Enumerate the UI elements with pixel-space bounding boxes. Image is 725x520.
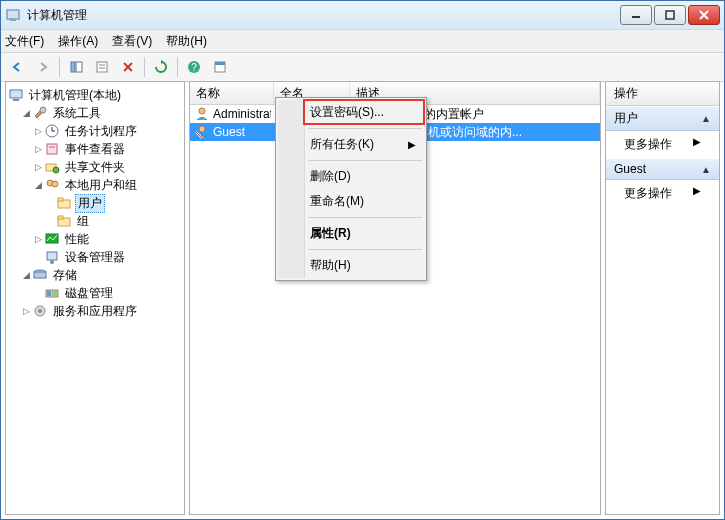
- clock-icon: [44, 123, 60, 139]
- storage-icon: [32, 267, 48, 283]
- ctx-label: 帮助(H): [310, 257, 351, 274]
- expander-open-icon[interactable]: ◢: [20, 108, 32, 118]
- actions-header: 操作: [606, 82, 719, 106]
- col-name[interactable]: 名称: [190, 82, 274, 104]
- tree-label: 性能: [63, 231, 91, 248]
- ctx-all-tasks[interactable]: 所有任务(K) ▶: [278, 132, 424, 157]
- tree-system-tools[interactable]: ◢ 系统工具: [8, 104, 182, 122]
- tree-label: 系统工具: [51, 105, 103, 122]
- refresh-button[interactable]: [149, 55, 173, 79]
- titlebar: 计算机管理: [1, 1, 724, 30]
- ctx-separator: [308, 249, 422, 250]
- nav-forward-button[interactable]: [31, 55, 55, 79]
- svg-rect-39: [47, 291, 51, 296]
- toolbar-separator: [144, 57, 145, 77]
- share-icon: [44, 159, 60, 175]
- properties-button[interactable]: [90, 55, 114, 79]
- svg-rect-37: [34, 272, 46, 278]
- tree-device-manager[interactable]: 设备管理器: [8, 248, 182, 266]
- tree-services-apps[interactable]: ▷ 服务和应用程序: [8, 302, 182, 320]
- tree-users[interactable]: 用户: [8, 194, 182, 212]
- ctx-properties[interactable]: 属性(R): [278, 221, 424, 246]
- expander-closed-icon[interactable]: ▷: [32, 162, 44, 172]
- svg-rect-6: [71, 62, 75, 72]
- svg-rect-16: [215, 62, 225, 65]
- svg-point-19: [40, 107, 46, 113]
- menu-help[interactable]: 帮助(H): [166, 33, 207, 50]
- ctx-label: 删除(D): [310, 168, 351, 185]
- action-label: 更多操作: [624, 137, 672, 151]
- computer-icon: [8, 87, 24, 103]
- chevron-up-icon: ▲: [701, 164, 711, 175]
- action-label: 更多操作: [624, 186, 672, 200]
- svg-rect-34: [47, 252, 57, 260]
- svg-point-44: [199, 126, 205, 132]
- tree-storage[interactable]: ◢ 存储: [8, 266, 182, 284]
- ctx-label: 重命名(M): [310, 193, 364, 210]
- expander-closed-icon[interactable]: ▷: [32, 234, 44, 244]
- tree-shared-folders[interactable]: ▷ 共享文件夹: [8, 158, 182, 176]
- tree-disk-management[interactable]: 磁盘管理: [8, 284, 182, 302]
- actions-section-guest[interactable]: Guest ▲: [606, 158, 719, 180]
- expander-open-icon[interactable]: ◢: [32, 180, 44, 190]
- ctx-set-password[interactable]: 设置密码(S)...: [278, 100, 424, 125]
- cell-name: Guest: [213, 125, 245, 139]
- expander-closed-icon[interactable]: ▷: [32, 126, 44, 136]
- svg-point-43: [199, 108, 205, 114]
- svg-text:?: ?: [191, 62, 197, 73]
- tree-event-viewer[interactable]: ▷ 事件查看器: [8, 140, 182, 158]
- window-title: 计算机管理: [27, 7, 620, 24]
- submenu-arrow-icon: ▶: [408, 139, 416, 150]
- tree-root[interactable]: 计算机管理(本地): [8, 86, 182, 104]
- tree-performance[interactable]: ▷ 性能: [8, 230, 182, 248]
- toolbar: ?: [1, 53, 724, 82]
- expander-closed-icon[interactable]: ▷: [20, 306, 32, 316]
- actions-section-users[interactable]: 用户 ▲: [606, 106, 719, 131]
- ctx-rename[interactable]: 重命名(M): [278, 189, 424, 214]
- ctx-separator: [308, 128, 422, 129]
- menu-view[interactable]: 查看(V): [112, 33, 152, 50]
- app-icon: [5, 7, 21, 23]
- svg-point-35: [50, 260, 54, 264]
- perf-icon: [44, 231, 60, 247]
- ctx-separator: [308, 217, 422, 218]
- ctx-delete[interactable]: 删除(D): [278, 164, 424, 189]
- help-button[interactable]: ?: [182, 55, 206, 79]
- delete-button[interactable]: [116, 55, 140, 79]
- submenu-arrow-icon: ▶: [693, 185, 701, 196]
- action-more-users[interactable]: 更多操作 ▶: [606, 131, 719, 158]
- tree-label: 本地用户和组: [63, 177, 139, 194]
- close-button[interactable]: [688, 5, 720, 25]
- section-label: 用户: [614, 110, 638, 127]
- svg-rect-40: [52, 291, 57, 296]
- context-menu: 设置密码(S)... 所有任务(K) ▶ 删除(D) 重命名(M) 属性(R) …: [275, 97, 427, 281]
- svg-rect-8: [97, 62, 107, 72]
- expander-open-icon[interactable]: ◢: [20, 270, 32, 280]
- expander-closed-icon[interactable]: ▷: [32, 144, 44, 154]
- ctx-label: 设置密码(S)...: [310, 104, 384, 121]
- minimize-button[interactable]: [620, 5, 652, 25]
- action-more-guest[interactable]: 更多操作 ▶: [606, 180, 719, 207]
- svg-rect-7: [76, 62, 82, 72]
- menu-file[interactable]: 文件(F): [5, 33, 44, 50]
- tree-local-users-groups[interactable]: ◢ 本地用户和组: [8, 176, 182, 194]
- svg-point-42: [38, 309, 42, 313]
- services-icon: [32, 303, 48, 319]
- menu-action[interactable]: 操作(A): [58, 33, 98, 50]
- tree-label: 共享文件夹: [63, 159, 127, 176]
- tree[interactable]: 计算机管理(本地) ◢ 系统工具 ▷ 任务计划程序 ▷ 事件查看器: [6, 82, 184, 324]
- toolbar-separator: [59, 57, 60, 77]
- device-icon: [44, 249, 60, 265]
- ctx-label: 所有任务(K): [310, 136, 374, 153]
- chevron-up-icon: ▲: [701, 113, 711, 124]
- export-list-button[interactable]: [208, 55, 232, 79]
- folder-icon: [56, 195, 72, 211]
- show-hide-tree-button[interactable]: [64, 55, 88, 79]
- svg-rect-30: [58, 198, 63, 201]
- tree-groups[interactable]: 组: [8, 212, 182, 230]
- nav-back-button[interactable]: [5, 55, 29, 79]
- maximize-button[interactable]: [654, 5, 686, 25]
- tree-label: 任务计划程序: [63, 123, 139, 140]
- ctx-help[interactable]: 帮助(H): [278, 253, 424, 278]
- tree-task-scheduler[interactable]: ▷ 任务计划程序: [8, 122, 182, 140]
